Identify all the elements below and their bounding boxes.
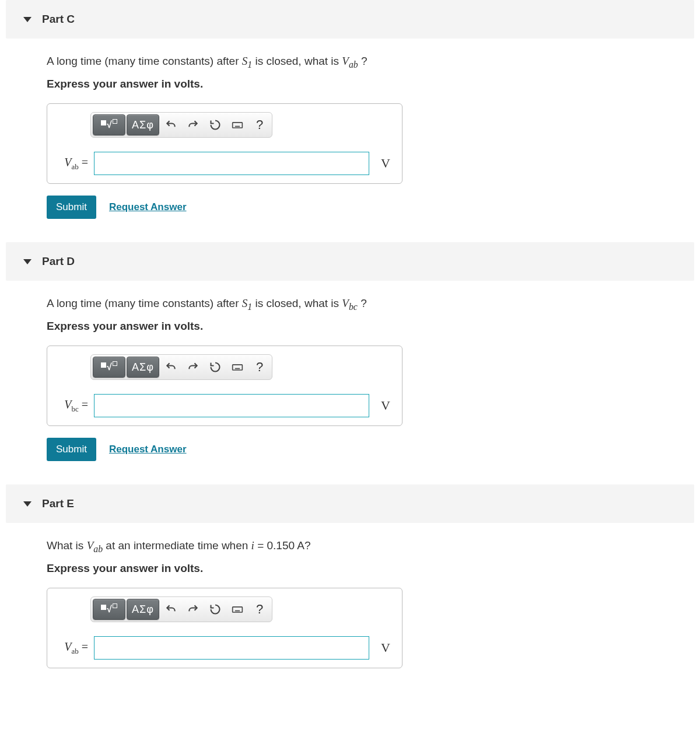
- unit-label: V: [373, 640, 394, 655]
- part-header[interactable]: Part E: [6, 484, 694, 523]
- unit-label: V: [373, 156, 394, 171]
- question-text: A long time (many time constants) after …: [47, 295, 682, 314]
- svg-rect-6: [233, 365, 243, 370]
- question-text: What is Vab at an intermediate time when…: [47, 537, 682, 556]
- svg-rect-0: [233, 123, 243, 128]
- help-button[interactable]: ?: [249, 599, 270, 620]
- undo-button[interactable]: [160, 357, 181, 378]
- variable-label: Vab =: [55, 640, 90, 656]
- redo-button[interactable]: [183, 114, 204, 135]
- greek-symbols-button[interactable]: ΑΣφ: [127, 114, 159, 135]
- formula-toolbar: √ ΑΣφ ?: [90, 597, 272, 622]
- instruction-text: Express your answer in volts.: [47, 78, 682, 90]
- part-header[interactable]: Part D: [6, 242, 694, 281]
- reset-button[interactable]: [205, 599, 226, 620]
- caret-down-icon: [23, 259, 32, 264]
- help-button[interactable]: ?: [249, 357, 270, 378]
- part-e: Part E What is Vab at an intermediate ti…: [6, 484, 694, 680]
- greek-symbols-button[interactable]: ΑΣφ: [127, 599, 159, 620]
- variable-label: Vab =: [55, 156, 90, 172]
- answer-box: √ ΑΣφ ?: [47, 103, 402, 184]
- submit-button[interactable]: Submit: [47, 196, 96, 219]
- math-templates-button[interactable]: √: [93, 114, 125, 135]
- formula-toolbar: √ ΑΣφ ?: [90, 112, 272, 138]
- reset-button[interactable]: [205, 357, 226, 378]
- svg-rect-12: [233, 607, 243, 612]
- math-templates-button[interactable]: √: [93, 357, 125, 378]
- math-templates-button[interactable]: √: [93, 599, 125, 620]
- answer-input[interactable]: [94, 152, 369, 175]
- request-answer-link[interactable]: Request Answer: [109, 201, 187, 213]
- redo-button[interactable]: [183, 357, 204, 378]
- part-c: Part C A long time (many time constants)…: [6, 0, 694, 231]
- instruction-text: Express your answer in volts.: [47, 562, 682, 575]
- keyboard-button[interactable]: [227, 599, 248, 620]
- part-d: Part D A long time (many time constants)…: [6, 242, 694, 473]
- instruction-text: Express your answer in volts.: [47, 320, 682, 333]
- answer-box: √ ΑΣφ ?: [47, 346, 402, 426]
- part-title: Part C: [42, 13, 75, 26]
- formula-toolbar: √ ΑΣφ ?: [90, 354, 272, 380]
- reset-button[interactable]: [205, 114, 226, 135]
- answer-input[interactable]: [94, 636, 369, 660]
- caret-down-icon: [23, 17, 32, 22]
- submit-button[interactable]: Submit: [47, 438, 96, 461]
- request-answer-link[interactable]: Request Answer: [109, 444, 187, 455]
- part-header[interactable]: Part C: [6, 0, 694, 39]
- part-title: Part E: [42, 497, 74, 510]
- answer-box: √ ΑΣφ ?: [47, 588, 402, 668]
- unit-label: V: [373, 398, 394, 413]
- answer-input[interactable]: [94, 394, 369, 417]
- caret-down-icon: [23, 501, 32, 507]
- question-text: A long time (many time constants) after …: [47, 53, 682, 72]
- undo-button[interactable]: [160, 114, 181, 135]
- variable-label: Vbc =: [55, 398, 90, 414]
- undo-button[interactable]: [160, 599, 181, 620]
- redo-button[interactable]: [183, 599, 204, 620]
- part-title: Part D: [42, 255, 75, 268]
- keyboard-button[interactable]: [227, 357, 248, 378]
- keyboard-button[interactable]: [227, 114, 248, 135]
- greek-symbols-button[interactable]: ΑΣφ: [127, 357, 159, 378]
- help-button[interactable]: ?: [249, 114, 270, 135]
